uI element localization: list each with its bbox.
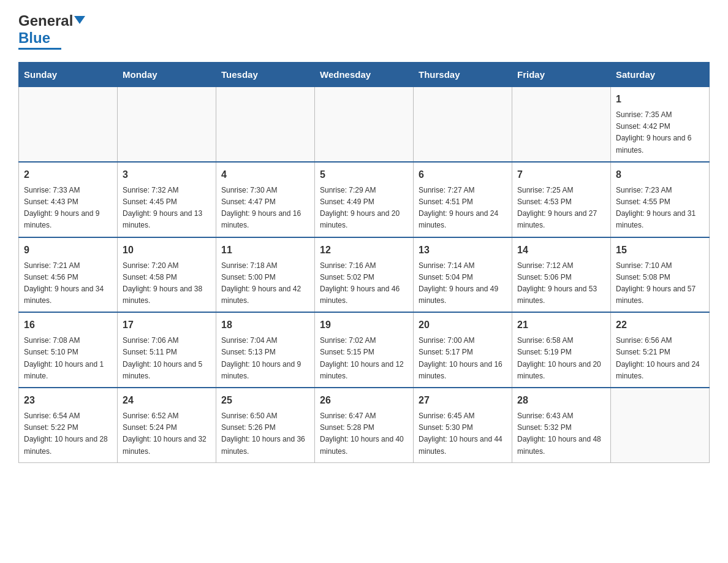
calendar-day-cell: 12Sunrise: 7:16 AMSunset: 5:02 PMDayligh… bbox=[315, 237, 414, 313]
day-number: 16 bbox=[24, 318, 112, 332]
day-info: Sunrise: 6:56 AMSunset: 5:21 PMDaylight:… bbox=[616, 335, 704, 382]
day-info: Sunrise: 7:06 AMSunset: 5:11 PMDaylight:… bbox=[123, 335, 211, 382]
calendar-header: SundayMondayTuesdayWednesdayThursdayFrid… bbox=[19, 63, 710, 86]
calendar-day-cell: 15Sunrise: 7:10 AMSunset: 5:08 PMDayligh… bbox=[611, 237, 710, 313]
calendar-week-row: 1Sunrise: 7:35 AMSunset: 4:42 PMDaylight… bbox=[19, 86, 710, 162]
calendar-day-cell: 2Sunrise: 7:33 AMSunset: 4:43 PMDaylight… bbox=[19, 162, 118, 237]
day-of-week-header: Sunday bbox=[19, 63, 118, 86]
calendar-day-cell: 21Sunrise: 6:58 AMSunset: 5:19 PMDayligh… bbox=[512, 312, 611, 388]
calendar-day-cell: 27Sunrise: 6:45 AMSunset: 5:30 PMDayligh… bbox=[414, 388, 512, 462]
day-of-week-header: Wednesday bbox=[315, 63, 414, 86]
day-number: 2 bbox=[24, 167, 112, 182]
calendar-day-cell bbox=[19, 86, 118, 162]
day-number: 18 bbox=[221, 318, 309, 332]
calendar-table: SundayMondayTuesdayWednesdayThursdayFrid… bbox=[18, 62, 710, 463]
day-info: Sunrise: 7:30 AMSunset: 4:47 PMDaylight:… bbox=[221, 185, 309, 232]
calendar-day-cell: 10Sunrise: 7:20 AMSunset: 4:58 PMDayligh… bbox=[118, 237, 216, 313]
calendar-day-cell: 25Sunrise: 6:50 AMSunset: 5:26 PMDayligh… bbox=[216, 388, 315, 462]
day-number: 20 bbox=[419, 318, 507, 332]
day-info: Sunrise: 6:58 AMSunset: 5:19 PMDaylight:… bbox=[517, 335, 605, 382]
day-number: 27 bbox=[419, 393, 507, 408]
day-info: Sunrise: 7:04 AMSunset: 5:13 PMDaylight:… bbox=[221, 335, 309, 382]
day-number: 28 bbox=[517, 393, 605, 408]
calendar-day-cell: 23Sunrise: 6:54 AMSunset: 5:22 PMDayligh… bbox=[19, 388, 118, 462]
day-number: 11 bbox=[221, 243, 309, 258]
day-info: Sunrise: 7:00 AMSunset: 5:17 PMDaylight:… bbox=[419, 335, 507, 382]
day-info: Sunrise: 6:43 AMSunset: 5:32 PMDaylight:… bbox=[517, 410, 605, 458]
day-info: Sunrise: 7:02 AMSunset: 5:15 PMDaylight:… bbox=[320, 335, 408, 382]
calendar-day-cell: 16Sunrise: 7:08 AMSunset: 5:10 PMDayligh… bbox=[19, 312, 118, 388]
day-info: Sunrise: 6:50 AMSunset: 5:26 PMDaylight:… bbox=[221, 410, 309, 458]
day-info: Sunrise: 6:47 AMSunset: 5:28 PMDaylight:… bbox=[320, 410, 408, 458]
calendar-day-cell: 1Sunrise: 7:35 AMSunset: 4:42 PMDaylight… bbox=[611, 86, 710, 162]
day-number: 8 bbox=[616, 167, 704, 182]
calendar-day-cell: 14Sunrise: 7:12 AMSunset: 5:06 PMDayligh… bbox=[512, 237, 611, 313]
calendar-day-cell: 19Sunrise: 7:02 AMSunset: 5:15 PMDayligh… bbox=[315, 312, 414, 388]
day-info: Sunrise: 7:10 AMSunset: 5:08 PMDaylight:… bbox=[616, 260, 704, 307]
day-info: Sunrise: 7:29 AMSunset: 4:49 PMDaylight:… bbox=[320, 185, 408, 232]
calendar-day-cell: 20Sunrise: 7:00 AMSunset: 5:17 PMDayligh… bbox=[414, 312, 512, 388]
calendar-day-cell bbox=[611, 388, 710, 462]
day-number: 6 bbox=[419, 167, 507, 182]
calendar-day-cell: 22Sunrise: 6:56 AMSunset: 5:21 PMDayligh… bbox=[611, 312, 710, 388]
day-info: Sunrise: 7:27 AMSunset: 4:51 PMDaylight:… bbox=[419, 185, 507, 232]
day-info: Sunrise: 7:14 AMSunset: 5:04 PMDaylight:… bbox=[419, 260, 507, 307]
day-number: 12 bbox=[320, 243, 408, 258]
logo-underline bbox=[18, 48, 61, 50]
logo-triangle-icon bbox=[74, 16, 85, 24]
day-info: Sunrise: 7:32 AMSunset: 4:45 PMDaylight:… bbox=[123, 185, 211, 232]
day-number: 10 bbox=[123, 243, 211, 258]
day-number: 7 bbox=[517, 167, 605, 182]
calendar-day-cell: 5Sunrise: 7:29 AMSunset: 4:49 PMDaylight… bbox=[315, 162, 414, 237]
day-number: 14 bbox=[517, 243, 605, 258]
logo-general: General bbox=[18, 12, 73, 29]
calendar-day-cell: 4Sunrise: 7:30 AMSunset: 4:47 PMDaylight… bbox=[216, 162, 315, 237]
day-info: Sunrise: 7:23 AMSunset: 4:55 PMDaylight:… bbox=[616, 185, 704, 232]
logo-blue-line: Blue bbox=[18, 29, 53, 47]
logo: General Blue bbox=[18, 12, 86, 50]
calendar-day-cell bbox=[315, 86, 414, 162]
day-number: 1 bbox=[616, 92, 704, 107]
calendar-day-cell bbox=[512, 86, 611, 162]
day-number: 15 bbox=[616, 243, 704, 258]
calendar-day-cell: 13Sunrise: 7:14 AMSunset: 5:04 PMDayligh… bbox=[414, 237, 512, 313]
day-number: 4 bbox=[221, 167, 309, 182]
day-of-week-header: Thursday bbox=[414, 63, 512, 86]
day-info: Sunrise: 7:25 AMSunset: 4:53 PMDaylight:… bbox=[517, 185, 605, 232]
calendar-body: 1Sunrise: 7:35 AMSunset: 4:42 PMDaylight… bbox=[19, 86, 710, 462]
day-info: Sunrise: 7:16 AMSunset: 5:02 PMDaylight:… bbox=[320, 260, 408, 307]
day-info: Sunrise: 7:18 AMSunset: 5:00 PMDaylight:… bbox=[221, 260, 309, 307]
calendar-day-cell: 17Sunrise: 7:06 AMSunset: 5:11 PMDayligh… bbox=[118, 312, 216, 388]
day-number: 5 bbox=[320, 167, 408, 182]
calendar-day-cell: 9Sunrise: 7:21 AMSunset: 4:56 PMDaylight… bbox=[19, 237, 118, 313]
day-info: Sunrise: 6:54 AMSunset: 5:22 PMDaylight:… bbox=[24, 410, 112, 458]
page-header: General Blue bbox=[18, 12, 710, 50]
day-number: 9 bbox=[24, 243, 112, 258]
day-number: 17 bbox=[123, 318, 211, 332]
calendar-day-cell bbox=[118, 86, 216, 162]
calendar-week-row: 2Sunrise: 7:33 AMSunset: 4:43 PMDaylight… bbox=[19, 162, 710, 237]
day-info: Sunrise: 7:35 AMSunset: 4:42 PMDaylight:… bbox=[616, 109, 704, 156]
day-info: Sunrise: 7:33 AMSunset: 4:43 PMDaylight:… bbox=[24, 185, 112, 232]
day-number: 24 bbox=[123, 393, 211, 408]
calendar-day-cell bbox=[216, 86, 315, 162]
day-number: 25 bbox=[221, 393, 309, 408]
calendar-week-row: 16Sunrise: 7:08 AMSunset: 5:10 PMDayligh… bbox=[19, 312, 710, 388]
day-info: Sunrise: 7:12 AMSunset: 5:06 PMDaylight:… bbox=[517, 260, 605, 307]
calendar-day-cell: 24Sunrise: 6:52 AMSunset: 5:24 PMDayligh… bbox=[118, 388, 216, 462]
calendar-day-cell bbox=[414, 86, 512, 162]
day-number: 13 bbox=[419, 243, 507, 258]
calendar-day-cell: 11Sunrise: 7:18 AMSunset: 5:00 PMDayligh… bbox=[216, 237, 315, 313]
logo-blue-text: Blue bbox=[18, 29, 50, 47]
day-of-week-header: Friday bbox=[512, 63, 611, 86]
day-number: 22 bbox=[616, 318, 704, 332]
day-info: Sunrise: 6:45 AMSunset: 5:30 PMDaylight:… bbox=[419, 410, 507, 458]
calendar-week-row: 23Sunrise: 6:54 AMSunset: 5:22 PMDayligh… bbox=[19, 388, 710, 462]
calendar-day-cell: 28Sunrise: 6:43 AMSunset: 5:32 PMDayligh… bbox=[512, 388, 611, 462]
calendar-day-cell: 18Sunrise: 7:04 AMSunset: 5:13 PMDayligh… bbox=[216, 312, 315, 388]
calendar-day-cell: 6Sunrise: 7:27 AMSunset: 4:51 PMDaylight… bbox=[414, 162, 512, 237]
days-of-week-row: SundayMondayTuesdayWednesdayThursdayFrid… bbox=[19, 63, 710, 86]
calendar-day-cell: 3Sunrise: 7:32 AMSunset: 4:45 PMDaylight… bbox=[118, 162, 216, 237]
day-of-week-header: Tuesday bbox=[216, 63, 315, 86]
day-number: 3 bbox=[123, 167, 211, 182]
